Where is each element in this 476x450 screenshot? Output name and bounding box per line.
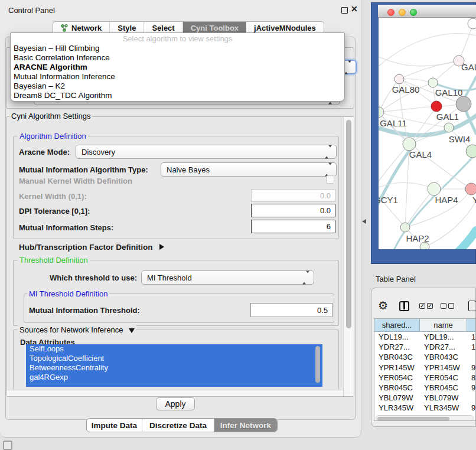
network-node-gal10[interactable]: [428, 78, 438, 87]
tab-label: Style: [118, 24, 136, 32]
node-label: GAL11: [380, 118, 407, 128]
table-row[interactable]: YBR045CYBR045C9.: [374, 383, 476, 393]
network-edge[interactable]: [399, 61, 459, 79]
attribute-list-item[interactable]: SelfLoops: [26, 344, 322, 354]
import-table-icon[interactable]: [468, 301, 476, 311]
mi-steps-field[interactable]: 6: [251, 220, 335, 233]
attribute-list-item[interactable]: gal4RGexp: [26, 373, 322, 382]
network-node-gal1[interactable]: [431, 101, 442, 112]
hub-definition-toggle[interactable]: Hub/Transcription Factor Definition: [19, 243, 164, 252]
dpi-tolerance-field[interactable]: 0.0: [251, 204, 335, 217]
table-cell: 9.: [467, 363, 476, 373]
table-cell: 9.: [467, 383, 476, 393]
network-node[interactable]: [456, 96, 471, 112]
chevron-down-icon: [129, 328, 135, 333]
attributes-scrollbar-thumb[interactable]: [315, 346, 320, 383]
node-table[interactable]: shared...nameA YDL19...YDL19...13YDR27..…: [374, 318, 476, 421]
table-row[interactable]: YIL052CYIL052C9.: [374, 413, 476, 415]
table-row[interactable]: YDR27...YDR27...12: [374, 342, 476, 352]
kernel-width-field[interactable]: 0.0: [251, 189, 335, 202]
attribute-list-item[interactable]: TopologicalCoefficient: [26, 354, 322, 363]
gear-icon[interactable]: ⚙: [378, 298, 388, 314]
network-edge[interactable]: [405, 189, 434, 227]
mouse-cursor: [362, 219, 366, 224]
column-header-a[interactable]: A: [467, 319, 476, 332]
float-window-icon[interactable]: [341, 7, 348, 14]
table-row[interactable]: YLR345WYLR345W9.: [374, 403, 476, 413]
attribute-list-item[interactable]: BetweennessCentrality: [26, 363, 322, 373]
dropdown-item[interactable]: Basic Correlation Inference: [11, 53, 344, 63]
unchecked-checkbox-icon[interactable]: [448, 303, 454, 309]
network-node-gal80[interactable]: [395, 74, 404, 84]
mi-steps-label: Mutual Information Steps:: [19, 223, 113, 232]
node-label: GCY1: [379, 195, 398, 205]
table-row[interactable]: YER054CYER054C8.: [374, 373, 476, 383]
sources-group-title[interactable]: Sources for Network Inference: [18, 325, 136, 334]
network-edge[interactable]: [459, 24, 473, 61]
network-node-swi4[interactable]: [444, 123, 454, 132]
network-edge[interactable]: [387, 156, 474, 249]
checked-checkbox-icon[interactable]: ✓: [419, 303, 425, 309]
column-header-shared-[interactable]: shared...: [374, 319, 420, 332]
apply-button-label: Apply: [165, 399, 185, 409]
network-edge[interactable]: [379, 57, 459, 66]
network-canvas[interactable]: GALGAL80GAL10GAL1GAL11SWI4GAL4GCY1HAP4YH…: [379, 18, 476, 249]
unchecked-checkbox-icon[interactable]: [441, 303, 446, 309]
table-row[interactable]: YBL079WYBL079W: [374, 393, 476, 403]
settings-scrollbar[interactable]: [343, 117, 354, 396]
network-node-hap2[interactable]: [400, 223, 410, 232]
tray-icon[interactable]: [3, 441, 12, 450]
dropdown-item[interactable]: Bayesian – K2: [11, 81, 344, 91]
tab-impute-data[interactable]: Impute Data: [87, 419, 142, 432]
settings-scrollbar-thumb[interactable]: [346, 120, 351, 328]
mi-type-combobox[interactable]: Naive Bayes: [161, 162, 337, 177]
network-edge[interactable]: [379, 106, 436, 112]
network-edge[interactable]: [465, 77, 476, 96]
network-edge[interactable]: [409, 106, 436, 144]
table-cell: YER054C: [374, 373, 420, 383]
dropdown-item[interactable]: ARACNE Algorithm: [11, 63, 344, 72]
table-row[interactable]: YBR043CYBR043C: [374, 352, 476, 362]
settings-hscrollbar[interactable]: [6, 390, 343, 396]
node-label: GAL80: [392, 84, 420, 94]
network-edge[interactable]: [379, 144, 409, 189]
network-edge[interactable]: [444, 230, 476, 249]
checked-checkbox-icon[interactable]: ✓: [427, 303, 433, 309]
apply-button[interactable]: Apply: [156, 397, 195, 410]
minimize-traffic-icon[interactable]: [399, 9, 406, 16]
dropdown-item[interactable]: Mutual Information Inference: [11, 72, 344, 81]
network-node[interactable]: [468, 18, 476, 29]
close-traffic-icon[interactable]: [387, 9, 395, 16]
aracne-mode-combobox[interactable]: Discovery: [76, 145, 337, 159]
tab-discretize-data[interactable]: Discretize Data: [142, 419, 214, 432]
network-node-hap4[interactable]: [428, 182, 441, 195]
mi-threshold-field[interactable]: 0.5: [250, 303, 332, 317]
mi-type-value: Naive Bayes: [167, 165, 210, 174]
node-label: HAP4: [435, 195, 458, 205]
network-node-y[interactable]: [465, 183, 476, 195]
node-label: Y: [472, 195, 476, 205]
network-node[interactable]: [466, 145, 476, 158]
which-threshold-combobox[interactable]: MI Threshold: [141, 270, 314, 285]
network-window-titlebar[interactable]: [378, 5, 476, 18]
tab-label: jActiveMNodules: [254, 24, 316, 32]
close-icon[interactable]: ✕: [351, 4, 358, 14]
hub-definition-label: Hub/Transcription Factor Definition: [19, 243, 153, 252]
dropdown-item[interactable]: Dream8 DC_TDC Algorithm: [11, 91, 344, 100]
tab-infer-network[interactable]: Infer Network: [214, 419, 277, 432]
zoom-traffic-icon[interactable]: [410, 9, 417, 16]
network-edge[interactable]: [399, 79, 433, 83]
columns-icon[interactable]: [399, 301, 409, 311]
mi-type-label: Mutual Information Algorithm Type:: [19, 165, 148, 174]
data-attributes-list[interactable]: SelfLoopsTopologicalCoefficientBetweenne…: [26, 344, 322, 387]
dropdown-item[interactable]: Bayesian – Hill Climbing: [11, 44, 344, 53]
network-node-gal11[interactable]: [379, 107, 384, 118]
table-hscrollbar[interactable]: [376, 415, 474, 421]
aracne-mode-label: Aracne Mode:: [19, 148, 70, 156]
column-header-name[interactable]: name: [420, 319, 467, 332]
table-row[interactable]: YDL19...YDL19...13: [374, 332, 476, 342]
table-hscrollbar-thumb[interactable]: [377, 417, 449, 420]
network-node-gal4[interactable]: [403, 138, 416, 151]
manual-kernel-checkbox[interactable]: [326, 175, 334, 184]
table-row[interactable]: YPR145WYPR145W9.: [374, 363, 476, 373]
